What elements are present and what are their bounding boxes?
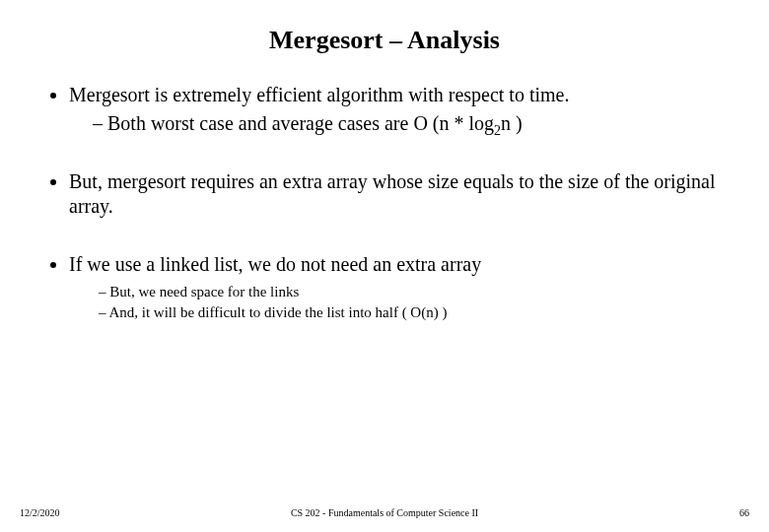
bullet-1-sub-1-pre: Both worst case and average cases are O … [107, 112, 494, 134]
bullet-3-sub-2: And, it will be difficult to divide the … [99, 303, 739, 322]
slide-title: Mergesort – Analysis [30, 26, 739, 55]
bullet-3: If we use a linked list, we do not need … [69, 252, 739, 322]
bullet-1-text: Mergesort is extremely efficient algorit… [69, 84, 569, 105]
bullet-3-sub-1: But, we need space for the links [99, 283, 739, 301]
slide: Mergesort – Analysis Mergesort is extrem… [0, 0, 769, 532]
bullet-1-sub-1-post: n ) [501, 112, 523, 134]
bullet-3-text: If we use a linked list, we do not need … [69, 253, 481, 275]
bullet-list: Mergesort is extremely efficient algorit… [30, 83, 739, 322]
bullet-1-sub-1: Both worst case and average cases are O … [93, 111, 739, 136]
footer-course: CS 202 - Fundamentals of Computer Scienc… [0, 507, 769, 518]
bullet-2-text: But, mergesort requires an extra array w… [69, 170, 716, 217]
footer-date: 12/2/2020 [20, 507, 60, 518]
footer: 12/2/2020 CS 202 - Fundamentals of Compu… [0, 507, 769, 518]
bullet-2: But, mergesort requires an extra array w… [69, 169, 739, 219]
bullet-1-sublist: Both worst case and average cases are O … [69, 111, 739, 136]
bullet-1: Mergesort is extremely efficient algorit… [69, 83, 739, 136]
footer-page: 66 [739, 507, 749, 518]
bullet-3-sublist: But, we need space for the links And, it… [69, 283, 739, 322]
